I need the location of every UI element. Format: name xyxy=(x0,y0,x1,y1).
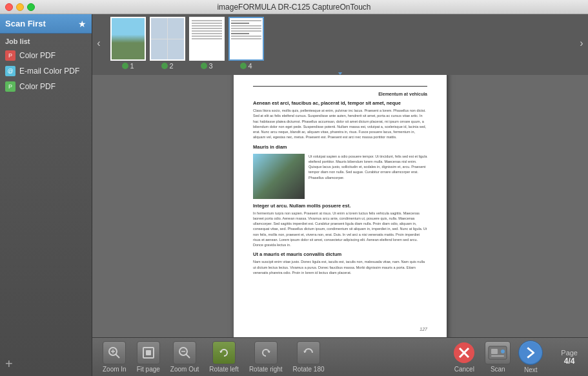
window-title: imageFORMULA DR-C125 CaptureOnTouch xyxy=(217,3,370,12)
document-view: Elementum at vehicula Aenean est arci, f… xyxy=(92,75,588,337)
svg-rect-15 xyxy=(491,355,504,357)
job-item-color-pdf-2[interactable]: P Color PDF xyxy=(0,79,92,94)
cancel-label: Cancel xyxy=(454,366,474,373)
next-action[interactable]: Next xyxy=(518,340,543,373)
rotate-left-tool[interactable]: Rotate left xyxy=(209,341,239,373)
thumb-dot-3[interactable] xyxy=(201,63,207,69)
thumb-controls-2: 2 xyxy=(161,62,173,70)
scan-first-label: Scan First xyxy=(5,19,46,28)
scan-first-button[interactable]: Scan First ★ xyxy=(0,14,92,34)
zoom-in-icon xyxy=(103,341,126,364)
svg-line-7 xyxy=(187,355,190,359)
doc-heading-right: Elementum at vehicula xyxy=(253,92,427,96)
thumbnail-1[interactable]: 1 xyxy=(110,17,146,70)
zoom-out-icon xyxy=(173,341,196,364)
zoom-in-label: Zoom In xyxy=(103,366,127,373)
next-label: Next xyxy=(524,366,538,373)
doc-section-4-body: Nam suscipit enim vitae justo. Donec lig… xyxy=(253,259,427,275)
thumb-controls-4: 4 xyxy=(240,62,252,70)
scan-icon xyxy=(485,341,511,364)
zoom-in-tool[interactable]: Zoom In xyxy=(103,341,127,373)
rotate-left-label: Rotate left xyxy=(209,366,239,373)
minimize-button[interactable] xyxy=(16,3,24,11)
svg-rect-5 xyxy=(146,350,151,355)
bottom-toolbar: Zoom In Fit page xyxy=(92,337,588,376)
page-info-value: 4/4 xyxy=(564,357,575,366)
add-job-button[interactable]: + xyxy=(5,357,13,370)
sidebar-bottom: + xyxy=(0,352,92,376)
rotate-right-tool[interactable]: Rotate right xyxy=(249,341,283,373)
close-button[interactable] xyxy=(5,3,13,11)
doc-section-3-title: Integer ut arcu. Nullam mollis posuere e… xyxy=(253,203,427,209)
thumbnails-container: 1 2 xyxy=(105,17,575,70)
doc-section-4-title: Ut a mauris et mauris convallis dictum xyxy=(253,251,427,257)
thumb-img-4 xyxy=(228,17,264,61)
thumb-controls-1: 1 xyxy=(122,62,134,70)
rotate-180-tool[interactable]: Rotate 180 xyxy=(293,341,325,373)
next-icon xyxy=(518,340,543,365)
thumbnail-strip: ‹ 1 xyxy=(92,14,588,72)
job-label-email-color-pdf: E-mail Color PDF xyxy=(19,67,79,76)
doc-image-text: Ut volutpat sapien a odio posuere tempor… xyxy=(309,154,427,199)
document-page: Elementum at vehicula Aenean est arci, f… xyxy=(234,75,447,337)
page-info-label: Page xyxy=(561,349,578,357)
page-info: Page 4/4 xyxy=(561,349,578,366)
rotate-180-icon xyxy=(297,341,320,364)
sidebar: Scan First ★ Job list P Color PDF @ E-ma… xyxy=(0,14,92,376)
thumbnail-2[interactable]: 2 xyxy=(150,17,185,70)
toolbar-tools: Zoom In Fit page xyxy=(103,341,325,373)
zoom-out-tool[interactable]: Zoom Out xyxy=(170,341,199,373)
thumb-num-3: 3 xyxy=(208,62,212,70)
thumb-num-2: 2 xyxy=(169,62,173,70)
doc-section-2-title: Mauris in diam xyxy=(253,144,427,150)
doc-image-block: Ut volutpat sapien a odio posuere tempor… xyxy=(253,154,427,199)
doc-section-1-title: Aenean est arci, faucibus ac, placerat i… xyxy=(253,100,427,106)
thumb-num-1: 1 xyxy=(130,62,134,70)
job-list-header: Job list xyxy=(0,34,92,48)
doc-section-3-body: In fermentum turpis non sapien. Praesent… xyxy=(253,211,427,248)
fit-page-tool[interactable]: Fit page xyxy=(137,341,160,373)
thumb-img-3 xyxy=(189,17,225,61)
thumb-num-4: 4 xyxy=(248,62,252,70)
thumb-nav-left[interactable]: ‹ xyxy=(92,17,105,70)
thumb-controls-3: 3 xyxy=(201,62,212,70)
cancel-action[interactable]: Cancel xyxy=(451,341,477,373)
toolbar-actions: Cancel Scan xyxy=(451,340,578,373)
rotate-left-icon xyxy=(212,341,236,364)
maximize-button[interactable] xyxy=(27,3,35,11)
scan-action[interactable]: Scan xyxy=(485,341,511,373)
main-layout: Scan First ★ Job list P Color PDF @ E-ma… xyxy=(0,14,588,376)
fit-page-icon xyxy=(137,341,160,364)
thumb-dot-2[interactable] xyxy=(161,63,168,69)
pdf-icon: P xyxy=(5,50,15,61)
thumbnail-3[interactable]: 3 xyxy=(189,17,225,70)
doc-image xyxy=(253,154,305,199)
scan-label: Scan xyxy=(491,366,505,373)
thumb-dot-4[interactable] xyxy=(240,63,247,69)
cancel-icon xyxy=(451,341,477,364)
svg-rect-13 xyxy=(491,349,498,354)
job-label-color-pdf: Color PDF xyxy=(19,51,56,60)
doc-page-number: 127 xyxy=(420,327,427,331)
thumb-nav-right[interactable]: › xyxy=(575,17,588,70)
thumb-img-1 xyxy=(110,17,146,61)
green-pdf-icon: P xyxy=(5,81,15,92)
job-item-color-pdf[interactable]: P Color PDF xyxy=(0,48,92,63)
scan-first-star: ★ xyxy=(78,19,86,29)
job-item-email-color-pdf[interactable]: @ E-mail Color PDF xyxy=(0,63,92,79)
doc-section-1-body: Class litora socio, mollis quis, pellent… xyxy=(253,108,427,140)
zoom-out-label: Zoom Out xyxy=(170,366,199,373)
doc-header-line xyxy=(253,86,427,87)
svg-point-14 xyxy=(501,350,505,353)
rotate-180-label: Rotate 180 xyxy=(293,366,325,373)
title-bar: imageFORMULA DR-C125 CaptureOnTouch xyxy=(0,0,588,14)
fit-page-label: Fit page xyxy=(137,366,160,373)
thumb-dot-1[interactable] xyxy=(122,63,128,69)
thumbnail-4[interactable]: 4 xyxy=(228,17,264,70)
email-icon: @ xyxy=(5,66,15,76)
content-area: ‹ 1 xyxy=(92,14,588,376)
svg-line-1 xyxy=(116,355,120,359)
traffic-lights xyxy=(5,3,35,11)
svg-point-16 xyxy=(520,342,542,364)
rotate-right-icon xyxy=(254,341,278,364)
